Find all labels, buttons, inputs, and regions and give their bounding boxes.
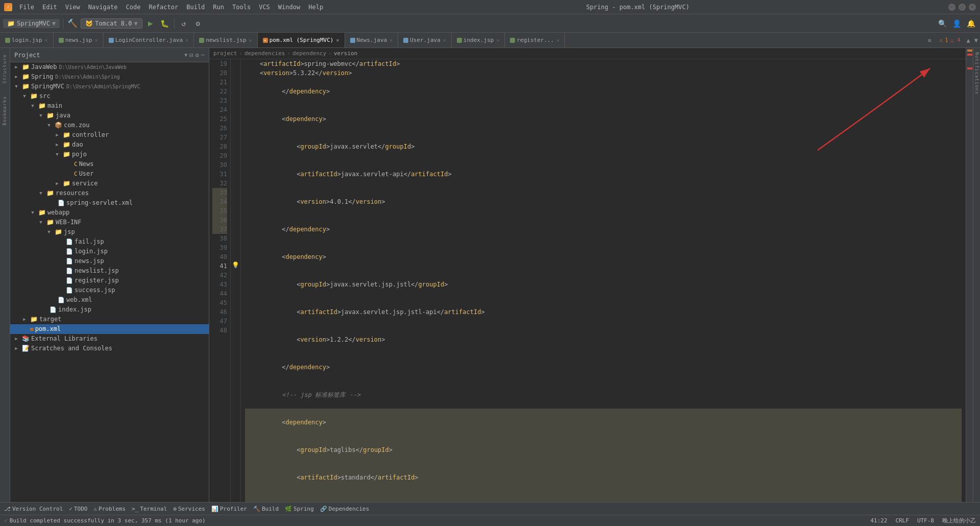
- tab-close-news-java[interactable]: ✕: [389, 37, 393, 43]
- error-stripe[interactable]: [967, 54, 972, 56]
- menu-file[interactable]: File: [15, 3, 38, 12]
- list-item[interactable]: 📄 login.jsp: [10, 247, 209, 256]
- bc-dependencies[interactable]: dependencies: [244, 50, 285, 57]
- list-item[interactable]: C News: [10, 159, 209, 169]
- code-content[interactable]: <artifactId>spring-webmvc</artifactId> <…: [241, 59, 966, 502]
- list-item[interactable]: ▶ 📝 Scratches and Consoles: [10, 344, 209, 353]
- dependencies-button[interactable]: 🔗 Dependencies: [320, 506, 369, 512]
- notifications-sidebar[interactable]: Notifications: [973, 48, 980, 502]
- list-item[interactable]: 📄 newslist.jsp: [10, 266, 209, 276]
- list-item[interactable]: ▶ 📁 Spring D:\Users\Admin\Spring: [10, 72, 209, 82]
- editor-up-button[interactable]: ▲: [965, 33, 972, 47]
- structure-tab[interactable]: Structure: [0, 48, 10, 90]
- run-config-button[interactable]: 🐱 Tomcat 8.0 ▼: [81, 18, 142, 29]
- project-settings-icon[interactable]: ⚙: [195, 52, 199, 59]
- services-button[interactable]: ⚙ Services: [173, 506, 205, 512]
- build-button[interactable]: 🔨: [66, 17, 79, 30]
- list-item[interactable]: ▶ 📁 dao: [10, 140, 209, 150]
- list-item[interactable]: 📄 success.jsp: [10, 285, 209, 295]
- list-item[interactable]: ▼ 📁 pojo: [10, 150, 209, 159]
- list-item[interactable]: ▼ 📁 webapp: [10, 208, 209, 218]
- menu-navigate[interactable]: Navigate: [84, 3, 122, 12]
- tab-close-newslist[interactable]: ✕: [249, 37, 252, 43]
- tab-news-java[interactable]: News.java ✕: [345, 33, 399, 47]
- list-item[interactable]: 📄 register.jsp: [10, 276, 209, 285]
- tab-more-button[interactable]: ≡: [923, 33, 935, 47]
- menu-edit[interactable]: Edit: [38, 3, 61, 12]
- tab-index-jsp[interactable]: index.jsp ✕: [452, 33, 505, 47]
- tab-news-jsp[interactable]: news.jsp ✕: [54, 33, 104, 47]
- run-button[interactable]: ▶: [144, 17, 157, 30]
- update-button[interactable]: ↺: [178, 17, 190, 30]
- tab-login-jsp[interactable]: login.jsp ✕: [0, 33, 54, 47]
- tab-newslist-jsp[interactable]: newslist.jsp ✕: [194, 33, 258, 47]
- profiler-button[interactable]: 📊 Profiler: [211, 506, 247, 512]
- terminal-button[interactable]: >_ Terminal: [132, 506, 167, 512]
- maximize-button[interactable]: □: [959, 4, 966, 11]
- list-item[interactable]: ▼ 📦 com.zou: [10, 121, 209, 130]
- version-control-button[interactable]: ⎇ Version Control: [4, 506, 63, 512]
- list-item[interactable]: ▼ 📁 src: [10, 91, 209, 101]
- list-item[interactable]: 📄 fail.jsp: [10, 237, 209, 247]
- quick-fix-bulb[interactable]: 💡: [232, 261, 239, 269]
- error-stripe2[interactable]: [967, 67, 972, 69]
- list-item[interactable]: ▼ 📁 SpringMVC D:\Users\Admin\SpringMVC: [10, 82, 209, 91]
- close-button[interactable]: ✕: [969, 4, 976, 11]
- menu-window[interactable]: Window: [274, 3, 304, 12]
- user-icon[interactable]: 👤: [950, 17, 963, 30]
- list-item[interactable]: ▶ 📚 External Libraries: [10, 334, 209, 344]
- search-everywhere-button[interactable]: 🔍: [936, 17, 948, 30]
- tab-pom-xml[interactable]: m pom.xml (SpringMVC) ✕: [258, 33, 345, 47]
- menu-build[interactable]: Build: [182, 3, 209, 12]
- menu-code[interactable]: Code: [122, 3, 145, 12]
- debug-button[interactable]: 🐛: [159, 17, 171, 30]
- list-item[interactable]: m pom.xml: [10, 324, 209, 334]
- project-selector[interactable]: 📁 SpringMVC ▼: [3, 19, 60, 28]
- tab-close-pom[interactable]: ✕: [336, 37, 339, 43]
- list-item[interactable]: ▼ 📁 jsp: [10, 227, 209, 237]
- menu-vcs[interactable]: VCS: [255, 3, 274, 12]
- menu-view[interactable]: View: [61, 3, 84, 12]
- list-item[interactable]: ▶ 📁 service: [10, 179, 209, 188]
- tab-close-index[interactable]: ✕: [496, 37, 499, 43]
- list-item[interactable]: ▶ 📁 controller: [10, 130, 209, 140]
- tab-close-logincontroller[interactable]: ✕: [185, 37, 188, 43]
- bookmarks-tab[interactable]: Bookmarks: [0, 90, 10, 132]
- list-item[interactable]: 📄 news.jsp: [10, 256, 209, 266]
- list-item[interactable]: 📄 index.jsp: [10, 305, 209, 315]
- list-item[interactable]: 📄 spring-servlet.xml: [10, 198, 209, 208]
- list-item[interactable]: ▼ 📁 main: [10, 101, 209, 111]
- tab-close-register[interactable]: ✕: [556, 37, 559, 43]
- tab-close-news[interactable]: ✕: [95, 37, 98, 43]
- tab-user-java[interactable]: User.java ✕: [398, 33, 452, 47]
- editor-down-button[interactable]: ▼: [972, 33, 980, 47]
- notifications-icon[interactable]: 🔔: [965, 17, 977, 30]
- tab-logincontroller[interactable]: LoginController.java ✕: [104, 33, 194, 47]
- build-tab-button[interactable]: 🔨 Build: [253, 506, 279, 512]
- tab-close-login[interactable]: ✕: [45, 37, 48, 43]
- problems-button[interactable]: ⚠ Problems: [93, 506, 126, 512]
- warning-stripe[interactable]: [967, 50, 972, 52]
- menu-tools[interactable]: Tools: [228, 3, 255, 12]
- tab-register-jsp[interactable]: register... ✕: [505, 33, 565, 47]
- collapse-all-icon[interactable]: ⊟: [189, 52, 193, 59]
- list-item[interactable]: ▼ 📁 WEB-INF: [10, 218, 209, 227]
- list-item[interactable]: ▼ 📁 resources: [10, 188, 209, 198]
- tab-close-user-java[interactable]: ✕: [443, 37, 446, 43]
- todo-button[interactable]: ✓ TODO: [69, 506, 87, 512]
- list-item[interactable]: ▼ 📁 java: [10, 111, 209, 121]
- list-item[interactable]: C User: [10, 169, 209, 179]
- spring-button[interactable]: 🌿 Spring: [285, 506, 314, 512]
- bc-project[interactable]: project: [213, 50, 237, 57]
- bc-version[interactable]: version: [334, 50, 357, 57]
- menu-run[interactable]: Run: [209, 3, 228, 12]
- menu-refactor[interactable]: Refactor: [144, 3, 182, 12]
- minimize-button[interactable]: ─: [948, 4, 955, 11]
- list-item[interactable]: ▶ 📁 target: [10, 315, 209, 324]
- list-item[interactable]: ▶ 📁 JavaWeb D:\Users\Admin\JavaWeb: [10, 62, 209, 72]
- settings-button[interactable]: ⚙: [192, 17, 204, 30]
- menu-help[interactable]: Help: [304, 3, 327, 12]
- project-panel-hide[interactable]: ─: [201, 52, 205, 59]
- bc-dependency[interactable]: dependency: [292, 50, 326, 57]
- list-item[interactable]: 📄 web.xml: [10, 295, 209, 305]
